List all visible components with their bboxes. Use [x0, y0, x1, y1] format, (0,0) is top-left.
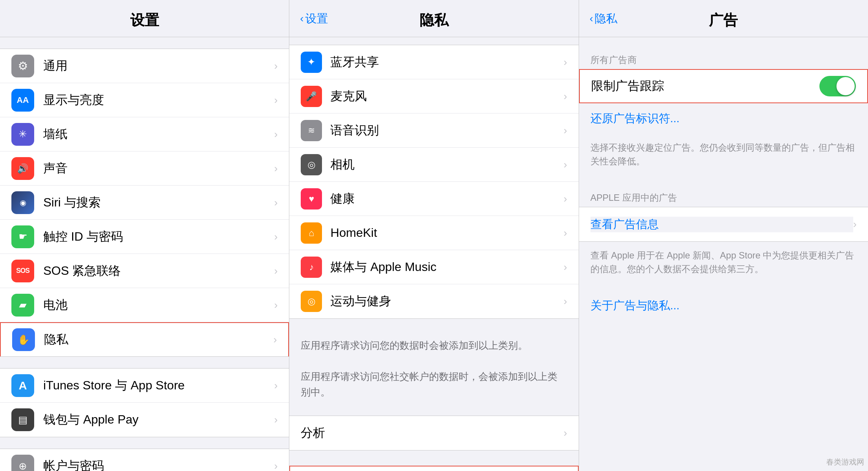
analytics-chevron: › [563, 427, 567, 439]
battery-chevron: › [274, 299, 278, 311]
privacy-row-camera[interactable]: ◎ 相机 › [289, 148, 578, 182]
sos-icon: SOS [11, 260, 34, 282]
settings-row-account[interactable]: ⊕ 帐户与密码 › [0, 449, 289, 471]
privacy-panel: ‹ 设置 隐私 ✦ 蓝牙共享 › 🎤 麦克风 › ≋ 语音识别 › [289, 0, 579, 471]
privacy-section-items: ✦ 蓝牙共享 › 🎤 麦克风 › ≋ 语音识别 › ◎ 相机 › [289, 45, 578, 319]
microphone-icon: 🎤 [301, 86, 322, 107]
settings-row-wallet[interactable]: ▤ 钱包与 Apple Pay › [0, 403, 289, 437]
sound-chevron: › [274, 162, 278, 175]
view-ad-info-section: 查看广告信息 › [579, 207, 868, 242]
settings-row-sos[interactable]: SOS SOS 紧急联络 › [0, 254, 289, 288]
privacy-row-speech[interactable]: ≋ 语音识别 › [289, 113, 578, 148]
itunes-icon: A [11, 374, 34, 397]
privacy-row-ads[interactable]: 广告 › [290, 466, 578, 471]
camera-chevron: › [563, 159, 567, 171]
watermark: 春类游戏网 [826, 457, 864, 467]
privacy-back-button[interactable]: ‹ 设置 [300, 11, 328, 26]
media-chevron: › [563, 261, 567, 273]
battery-icon: ▰ [11, 294, 34, 317]
settings-row-display[interactable]: AA 显示与亮度 › [0, 83, 289, 117]
privacy-row-analytics[interactable]: 分析 › [289, 416, 578, 450]
privacy-row-microphone[interactable]: 🎤 麦克风 › [289, 79, 578, 113]
privacy-row-media[interactable]: ♪ 媒体与 Apple Music › [289, 250, 578, 284]
camera-icon: ◎ [301, 154, 322, 175]
settings-row-sound[interactable]: 🔊 声音 › [0, 151, 289, 186]
account-label: 帐户与密码 [43, 458, 274, 471]
ads-back-button[interactable]: ‹ 隐私 [590, 11, 617, 26]
homekit-label: HomeKit [330, 226, 563, 240]
sos-chevron: › [274, 265, 278, 277]
sos-label: SOS 紧急联络 [43, 263, 274, 279]
privacy-row-bluetooth[interactable]: ✦ 蓝牙共享 › [289, 45, 578, 79]
privacy-list: ✦ 蓝牙共享 › 🎤 麦克风 › ≋ 语音识别 › ◎ 相机 › [289, 37, 578, 471]
wallpaper-icon: ✳ [11, 123, 34, 146]
settings-row-general[interactable]: ⚙ 通用 › [0, 49, 289, 83]
touchid-label: 触控 ID 与密码 [43, 228, 274, 245]
settings-row-battery[interactable]: ▰ 电池 › [0, 288, 289, 322]
ads-content: 所有广告商 限制广告跟踪 还原广告标识符... 选择不接收兴趣定位广告。您仍会收… [579, 37, 868, 471]
privacy-icon: ✋ [12, 328, 35, 351]
settings-header: 设置 [0, 0, 289, 37]
settings-row-wallpaper[interactable]: ✳ 墙纸 › [0, 117, 289, 151]
wallpaper-chevron: › [274, 128, 278, 140]
general-chevron: › [274, 60, 278, 72]
siri-chevron: › [274, 197, 278, 209]
display-label: 显示与亮度 [43, 92, 274, 109]
privacy-note2: 应用程序请求访问您社交帐户的数据时，会被添加到以上类别中。 [289, 361, 578, 408]
wallet-icon: ▤ [11, 408, 34, 431]
siri-label: Siri 与搜索 [43, 194, 274, 211]
privacy-title: 隐私 [420, 12, 448, 28]
privacy-back-label: 设置 [305, 11, 328, 26]
settings-row-itunes[interactable]: A iTunes Store 与 App Store › [0, 369, 289, 403]
reset-ad-identifier-link[interactable]: 还原广告标识符... [579, 103, 868, 134]
settings-panel: 设置 ⚙ 通用 › AA 显示与亮度 › ✳ 墙纸 › 🔊 [0, 0, 289, 471]
media-label: 媒体与 Apple Music [330, 259, 563, 276]
view-ad-info-link[interactable]: 查看广告信息 [590, 217, 853, 232]
settings-section-account: ⊕ 帐户与密码 › [0, 449, 289, 471]
touchid-chevron: › [274, 231, 278, 243]
bluetooth-icon: ✦ [301, 52, 322, 73]
privacy-row-health[interactable]: ♥ 健康 › [289, 182, 578, 216]
limit-ad-tracking-row: 限制广告跟踪 [579, 69, 868, 103]
health-label: 健康 [330, 191, 563, 207]
settings-row-touchid[interactable]: ☛ 触控 ID 与密码 › [0, 220, 289, 254]
wallet-label: 钱包与 Apple Pay [43, 411, 274, 428]
homekit-chevron: › [563, 227, 567, 239]
account-icon: ⊕ [11, 455, 34, 471]
camera-label: 相机 [330, 156, 563, 173]
privacy-label: 隐私 [44, 331, 273, 348]
settings-section-main: ⚙ 通用 › AA 显示与亮度 › ✳ 墙纸 › 🔊 声音 › [0, 49, 289, 357]
settings-section-store: A iTunes Store 与 App Store › ▤ 钱包与 Apple… [0, 368, 289, 437]
settings-list: ⚙ 通用 › AA 显示与亮度 › ✳ 墙纸 › 🔊 声音 › [0, 37, 289, 471]
ads-back-label: 隐私 [595, 11, 617, 26]
view-ad-info-row[interactable]: 查看广告信息 › [579, 207, 868, 241]
settings-title: 设置 [130, 12, 159, 28]
itunes-chevron: › [274, 380, 278, 392]
privacy-row-homekit[interactable]: ⌂ HomeKit › [289, 216, 578, 250]
ads-header: ‹ 隐私 广告 [579, 0, 868, 37]
touchid-icon: ☛ [11, 225, 34, 248]
wallpaper-label: 墙纸 [43, 126, 274, 143]
ads-back-chevron-icon: ‹ [590, 13, 593, 25]
speech-chevron: › [563, 124, 567, 137]
privacy-header: ‹ 设置 隐私 [289, 0, 578, 37]
about-ad-privacy-link[interactable]: 关于广告与隐私... [579, 290, 868, 321]
wallet-chevron: › [274, 414, 278, 426]
settings-row-siri[interactable]: ◉ Siri 与搜索 › [0, 186, 289, 220]
general-icon: ⚙ [11, 55, 34, 77]
settings-row-privacy[interactable]: ✋ 隐私 › [0, 322, 289, 356]
ads-panel: ‹ 隐私 广告 所有广告商 限制广告跟踪 还原广告标识符... 选择不接收兴趣定… [579, 0, 868, 471]
speech-icon: ≋ [301, 120, 322, 141]
display-chevron: › [274, 94, 278, 106]
display-icon: AA [11, 89, 34, 112]
privacy-row-fitness[interactable]: ◎ 运动与健身 › [289, 284, 578, 318]
back-chevron-icon: ‹ [300, 13, 303, 25]
bluetooth-chevron: › [563, 56, 567, 68]
view-ad-chevron: › [853, 218, 857, 230]
analytics-label: 分析 [301, 425, 563, 441]
itunes-label: iTunes Store 与 App Store [43, 377, 274, 394]
media-icon: ♪ [301, 257, 322, 278]
speech-label: 语音识别 [330, 122, 563, 139]
limit-ad-tracking-toggle[interactable] [819, 76, 856, 96]
fitness-label: 运动与健身 [330, 293, 563, 310]
